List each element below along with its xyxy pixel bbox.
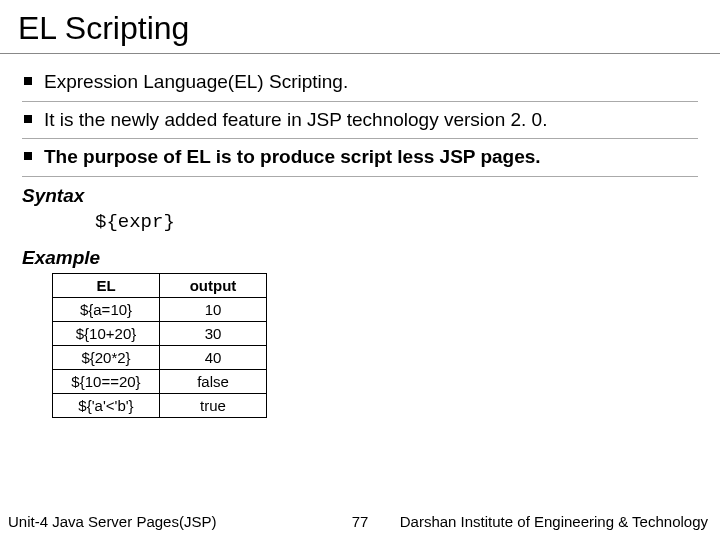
bullet-item: Expression Language(EL) Scripting. [22,64,698,102]
el-output-table: EL output ${a=10} 10 ${10+20} 30 ${20*2}… [52,273,267,418]
table-cell: ${'a'<'b'} [53,394,160,418]
table-row: ${10+20} 30 [53,322,267,346]
bullet-item: The purpose of EL is to produce script l… [22,139,698,177]
table-cell: ${10==20} [53,370,160,394]
table-cell: true [160,394,267,418]
slide-footer: Unit-4 Java Server Pages(JSP) 77 Darshan… [0,513,720,530]
bullet-item: It is the newly added feature in JSP tec… [22,102,698,140]
footer-left: Unit-4 Java Server Pages(JSP) [0,513,216,530]
syntax-code: ${expr} [0,211,720,233]
bullet-list: Expression Language(EL) Scripting. It is… [0,64,720,177]
footer-page-number: 77 [352,513,369,530]
table-cell: ${a=10} [53,298,160,322]
table-row: ${20*2} 40 [53,346,267,370]
table-cell: ${10+20} [53,322,160,346]
table-cell: 30 [160,322,267,346]
table-header-row: EL output [53,274,267,298]
table-row: ${'a'<'b'} true [53,394,267,418]
syntax-label: Syntax [0,177,720,211]
table-cell: false [160,370,267,394]
slide-title: EL Scripting [0,0,720,53]
title-underline [0,53,720,54]
table-row: ${10==20} false [53,370,267,394]
example-label: Example [0,239,720,273]
table-cell: 40 [160,346,267,370]
table-header-output: output [160,274,267,298]
table-header-el: EL [53,274,160,298]
table-cell: 10 [160,298,267,322]
footer-right: Darshan Institute of Engineering & Techn… [216,513,720,530]
table-cell: ${20*2} [53,346,160,370]
table-row: ${a=10} 10 [53,298,267,322]
